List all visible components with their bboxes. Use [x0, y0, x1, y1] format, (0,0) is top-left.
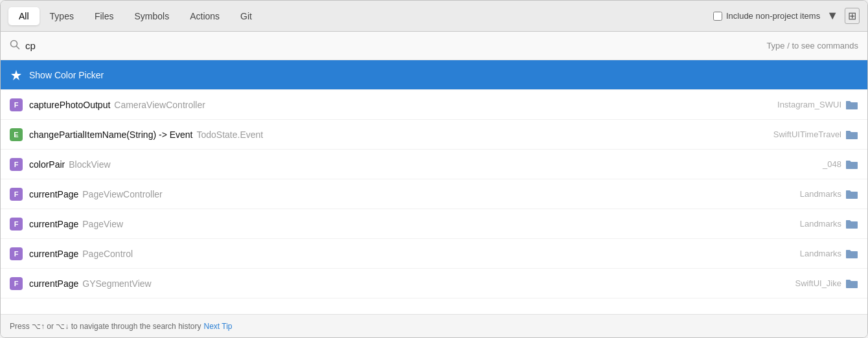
folder-icon-4 [845, 189, 858, 199]
results-list: Show Color Picker F capturePhotoOutput C… [1, 60, 867, 314]
result-main-text-1: capturePhotoOutput [29, 100, 110, 110]
folder-icon-7 [845, 278, 858, 289]
search-hint: Type / to see commands [766, 41, 858, 51]
tab-symbols[interactable]: Symbols [124, 7, 179, 25]
result-badge-1: F [10, 98, 23, 111]
result-row-change-partial-item[interactable]: E changePartialItemName(String) -> Event… [1, 120, 867, 150]
result-project-1: Instagram_SWUI [777, 100, 841, 109]
svg-line-1 [17, 46, 19, 49]
result-main-text-2: changePartialItemName(String) -> Event [29, 130, 193, 140]
result-sub-text-7: GYSegmentView [82, 278, 151, 289]
search-bar: Type / to see commands [1, 32, 867, 60]
right-controls: Include non-project items ▼ ⊞ [713, 8, 860, 24]
folder-icon-2 [845, 130, 858, 140]
result-badge-action [10, 69, 23, 82]
result-sub-text-5: PageView [82, 219, 123, 229]
result-project-2: SwiftUITimeTravel [773, 130, 841, 139]
result-row-color-pair[interactable]: F colorPair BlockView _048 [1, 150, 867, 179]
tab-files[interactable]: Files [84, 7, 124, 25]
nav-hint-text: Press ⌥↑ or ⌥↓ to navigate through the s… [10, 322, 201, 331]
result-row-show-color-picker[interactable]: Show Color Picker [1, 60, 867, 90]
next-tip-link[interactable]: Next Tip [203, 322, 232, 331]
result-row-current-page-4[interactable]: F currentPage GYSegmentView SwiftUI_Jike [1, 269, 867, 299]
result-main-text-6: currentPage [29, 249, 78, 259]
folder-icon-1 [845, 100, 858, 110]
search-input[interactable] [25, 40, 766, 51]
result-row-current-page-3[interactable]: F currentPage PageControl Landmarks [1, 239, 867, 269]
result-sub-text-3: BlockView [69, 159, 110, 170]
result-sub-text-2: TodoState.Event [197, 130, 264, 140]
folder-icon-5 [845, 219, 858, 229]
tab-actions[interactable]: Actions [179, 7, 230, 25]
search-icon [10, 39, 20, 52]
result-row-capture-photo-output[interactable]: F capturePhotoOutput CameraViewControlle… [1, 90, 867, 120]
layout-icon[interactable]: ⊞ [845, 8, 860, 24]
folder-icon-6 [845, 249, 858, 259]
folder-icon-3 [845, 159, 858, 170]
include-non-project-text: Include non-project items [726, 11, 820, 21]
tab-all[interactable]: All [8, 7, 40, 25]
status-bar: Press ⌥↑ or ⌥↓ to navigate through the s… [1, 314, 867, 337]
result-sub-text-4: PageViewController [82, 189, 162, 199]
result-badge-6: F [10, 247, 23, 260]
result-main-text-4: currentPage [29, 189, 78, 199]
include-non-project-checkbox[interactable] [713, 12, 722, 21]
result-badge-2: E [10, 128, 23, 141]
result-row-current-page-2[interactable]: F currentPage PageView Landmarks [1, 209, 867, 239]
result-badge-7: F [10, 277, 23, 290]
result-badge-4: F [10, 188, 23, 201]
tab-types[interactable]: Types [40, 7, 84, 25]
tab-git[interactable]: Git [230, 7, 262, 25]
result-project-4: Landmarks [800, 189, 841, 199]
result-main-text-0: Show Color Picker [29, 70, 104, 80]
include-non-project-label[interactable]: Include non-project items [713, 11, 820, 21]
result-row-current-page-1[interactable]: F currentPage PageViewController Landmar… [1, 179, 867, 209]
result-badge-5: F [10, 218, 23, 231]
result-main-text-3: colorPair [29, 159, 65, 170]
filter-icon[interactable]: ▼ [827, 9, 838, 23]
result-badge-3: F [10, 158, 23, 171]
result-project-3: _048 [823, 159, 841, 169]
result-main-text-5: currentPage [29, 219, 78, 229]
result-sub-text-1: CameraViewController [114, 100, 205, 110]
tab-bar: All Types Files Symbols Actions Git Incl… [1, 1, 867, 32]
result-project-7: SwiftUI_Jike [795, 278, 841, 288]
result-main-text-7: currentPage [29, 278, 78, 289]
result-project-6: Landmarks [800, 249, 841, 258]
result-project-5: Landmarks [800, 219, 841, 229]
result-sub-text-6: PageControl [82, 249, 133, 259]
quick-open-panel: All Types Files Symbols Actions Git Incl… [0, 0, 868, 338]
